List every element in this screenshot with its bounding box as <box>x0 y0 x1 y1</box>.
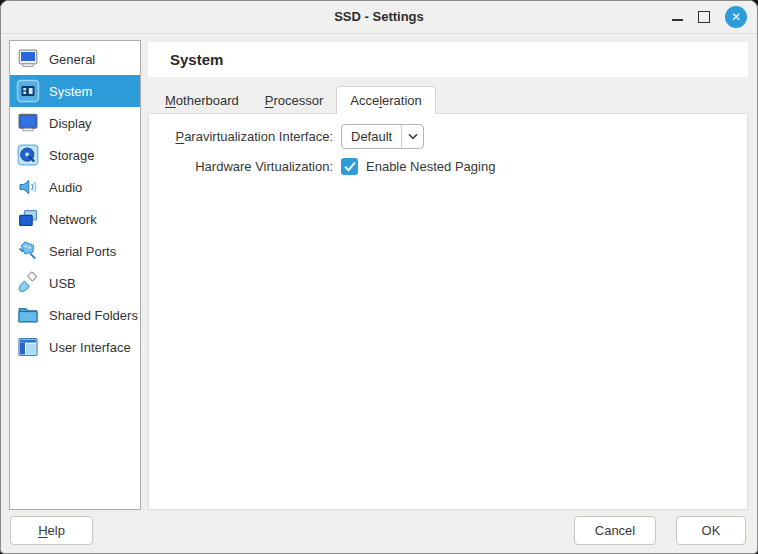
sidebar-item-usb[interactable]: USB <box>10 267 140 299</box>
tab-acceleration[interactable]: Acceleration <box>336 86 436 114</box>
system-icon <box>16 79 40 103</box>
paravirtualization-row: Paravirtualization Interface: Default <box>149 124 747 149</box>
nested-paging-checkbox[interactable] <box>341 158 358 175</box>
paravirtualization-value: Default <box>342 125 401 148</box>
ok-button[interactable]: OK <box>676 516 746 545</box>
usb-icon <box>16 271 40 295</box>
paravirtualization-dropdown[interactable]: Default <box>341 124 424 149</box>
chevron-down-icon <box>402 125 423 148</box>
settings-window: SSD - Settings ✕ General System Display … <box>0 0 758 554</box>
settings-sidebar: General System Display Storage Audio Net… <box>9 40 141 510</box>
user-interface-icon <box>16 335 40 359</box>
window-controls: ✕ <box>672 1 747 33</box>
sidebar-item-label: Network <box>49 212 97 227</box>
sidebar-item-audio[interactable]: Audio <box>10 171 140 203</box>
cancel-button[interactable]: Cancel <box>574 516 656 545</box>
sidebar-item-serial-ports[interactable]: Serial Ports <box>10 235 140 267</box>
general-icon <box>16 47 40 71</box>
hardware-virtualization-label: Hardware Virtualization: <box>149 159 341 174</box>
close-icon: ✕ <box>731 10 741 24</box>
nested-paging-checkbox-label[interactable]: Enable Nested Paging <box>366 159 495 174</box>
shared-folders-icon <box>16 303 40 327</box>
network-icon <box>16 207 40 231</box>
minimize-button[interactable] <box>672 13 683 21</box>
sidebar-item-general[interactable]: General <box>10 43 140 75</box>
sidebar-item-shared-folders[interactable]: Shared Folders <box>10 299 140 331</box>
tab-processor[interactable]: Processor <box>252 86 337 114</box>
window-title: SSD - Settings <box>1 1 757 33</box>
maximize-button[interactable] <box>698 11 710 23</box>
display-icon <box>16 111 40 135</box>
sidebar-item-label: USB <box>49 276 76 291</box>
sidebar-item-label: Storage <box>49 148 95 163</box>
sidebar-item-label: User Interface <box>49 340 131 355</box>
page-header: System <box>148 42 748 77</box>
sidebar-item-label: Display <box>49 116 92 131</box>
sidebar-item-display[interactable]: Display <box>10 107 140 139</box>
sidebar-item-system[interactable]: System <box>10 75 140 107</box>
close-button[interactable]: ✕ <box>725 6 747 28</box>
sidebar-item-label: General <box>49 52 95 67</box>
sidebar-item-user-interface[interactable]: User Interface <box>10 331 140 363</box>
acceleration-panel: Paravirtualization Interface: Default Ha… <box>148 113 748 510</box>
storage-icon <box>16 143 40 167</box>
paravirtualization-label: Paravirtualization Interface: <box>149 129 341 144</box>
maximize-icon <box>698 11 710 23</box>
system-tabs: Motherboard Processor Acceleration <box>152 86 436 114</box>
serial-ports-icon <box>16 239 40 263</box>
sidebar-item-label: Audio <box>49 180 82 195</box>
hardware-virtualization-row: Hardware Virtualization: Enable Nested P… <box>149 158 747 175</box>
minimize-icon <box>672 19 683 21</box>
page-title: System <box>170 51 223 68</box>
titlebar: SSD - Settings ✕ <box>1 1 757 34</box>
sidebar-item-label: System <box>49 84 92 99</box>
audio-icon <box>16 175 40 199</box>
check-icon <box>344 162 356 172</box>
sidebar-item-network[interactable]: Network <box>10 203 140 235</box>
tab-motherboard[interactable]: Motherboard <box>152 86 252 114</box>
sidebar-item-label: Shared Folders <box>49 308 138 323</box>
sidebar-item-storage[interactable]: Storage <box>10 139 140 171</box>
sidebar-item-label: Serial Ports <box>49 244 116 259</box>
help-button[interactable]: Help <box>10 516 93 545</box>
